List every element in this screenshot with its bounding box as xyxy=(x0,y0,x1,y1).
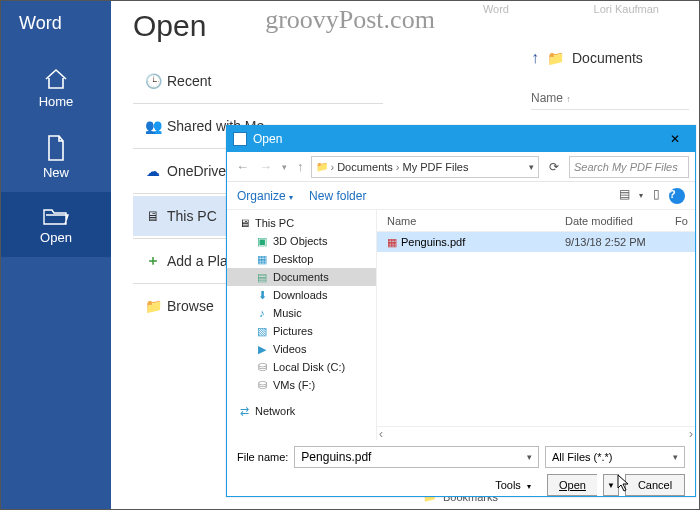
document-icon xyxy=(45,135,67,161)
dialog-title: Open xyxy=(253,132,655,146)
tree-downloads[interactable]: ⬇Downloads xyxy=(227,286,376,304)
address-bar[interactable]: 📁 › Documents › My PDF Files ▾ xyxy=(311,156,540,178)
app-name: Word xyxy=(1,1,111,54)
new-folder-button[interactable]: New folder xyxy=(309,189,366,203)
file-list: Name Date modified Fo ▦Penguins.pdf 9/13… xyxy=(377,210,695,440)
organize-menu[interactable]: Organize ▾ xyxy=(237,189,293,203)
tree-music[interactable]: ♪Music xyxy=(227,304,376,322)
close-icon[interactable]: ✕ xyxy=(655,132,695,146)
pdf-icon: ▦ xyxy=(387,236,397,249)
location-browse-label: Browse xyxy=(167,298,214,314)
folder-open-icon xyxy=(42,206,70,226)
sidebar-label-home: Home xyxy=(39,94,74,109)
filename-label: File name: xyxy=(237,451,288,463)
tree-network[interactable]: ⇄Network xyxy=(227,402,376,420)
people-icon: 👥 xyxy=(139,118,167,134)
tree-pictures[interactable]: ▧Pictures xyxy=(227,322,376,340)
open-button[interactable]: Open xyxy=(547,474,597,496)
dialog-footer: File name: Penguins.pdf ▾ All Files (*.*… xyxy=(227,440,695,504)
current-folder-label: Documents xyxy=(572,50,643,66)
tree-videos[interactable]: ▶Videos xyxy=(227,340,376,358)
network-icon: ⇄ xyxy=(237,405,251,418)
file-open-dialog: Open ✕ ← → ▾ ↑ 📁 › Documents › My PDF Fi… xyxy=(226,125,696,497)
dialog-toolbar: Organize ▾ New folder ▤ ▾ ▯ ? xyxy=(227,182,695,210)
cancel-button[interactable]: Cancel xyxy=(625,474,685,496)
download-icon: ⬇ xyxy=(255,289,269,302)
tree-desktop[interactable]: ▦Desktop xyxy=(227,250,376,268)
drive-icon: ⛁ xyxy=(255,361,269,374)
word-sidebar: Word Home New Open xyxy=(1,1,111,509)
filename-value: Penguins.pdf xyxy=(301,450,371,464)
folder-icon: 📁 xyxy=(316,161,328,172)
cloud-icon: ☁ xyxy=(139,163,167,179)
breadcrumb-seg2[interactable]: My PDF Files xyxy=(402,161,468,173)
scroll-right-icon[interactable]: › xyxy=(689,427,693,441)
location-recent[interactable]: 🕒 Recent xyxy=(133,61,383,101)
refresh-button[interactable]: ⟳ xyxy=(543,160,565,174)
location-thispc-label: This PC xyxy=(167,208,217,224)
file-row[interactable]: ▦Penguins.pdf 9/13/18 2:52 PM xyxy=(377,232,695,252)
sidebar-item-home[interactable]: Home xyxy=(1,54,111,121)
tools-menu[interactable]: Tools ▾ xyxy=(495,479,531,491)
sidebar-item-open[interactable]: Open xyxy=(1,192,111,257)
right-column: ↑ 📁 Documents Name ↑ xyxy=(531,49,689,110)
divider xyxy=(133,103,383,104)
sort-up-icon: ↑ xyxy=(566,94,571,104)
tree-localc[interactable]: ⛁Local Disk (C:) xyxy=(227,358,376,376)
folder-icon: 📁 xyxy=(547,50,564,66)
up-button[interactable]: ↑ xyxy=(294,159,307,174)
drive-icon: ⛁ xyxy=(255,379,269,392)
breadcrumb-seg1[interactable]: Documents xyxy=(337,161,393,173)
view-mode-button[interactable]: ▤ ▾ xyxy=(619,187,643,201)
file-name: Penguins.pdf xyxy=(401,236,465,248)
plus-icon: ＋ xyxy=(139,252,167,270)
col-last[interactable]: Fo xyxy=(675,215,695,227)
pc-icon: 🖥 xyxy=(237,217,251,229)
clock-icon: 🕒 xyxy=(139,73,167,89)
word-icon xyxy=(233,132,247,146)
preview-pane-button[interactable]: ▯ xyxy=(653,187,660,201)
dialog-nav: ← → ▾ ↑ 📁 › Documents › My PDF Files ▾ ⟳… xyxy=(227,152,695,182)
filename-input[interactable]: Penguins.pdf ▾ xyxy=(294,446,539,468)
cube-icon: ▣ xyxy=(255,235,269,248)
open-dropdown[interactable]: ▼ xyxy=(603,474,619,496)
sidebar-label-open: Open xyxy=(40,230,72,245)
tree-thispc[interactable]: 🖥This PC xyxy=(227,214,376,232)
home-icon xyxy=(43,68,69,90)
location-onedrive-label: OneDrive xyxy=(167,163,226,179)
scroll-left-icon[interactable]: ‹ xyxy=(379,427,383,441)
file-date: 9/13/18 2:52 PM xyxy=(565,236,675,248)
up-arrow-icon[interactable]: ↑ xyxy=(531,49,539,67)
filter-label: All Files (*.*) xyxy=(552,451,613,463)
user-hint: Lori Kaufman xyxy=(594,3,659,15)
spacer xyxy=(227,394,376,402)
forward-button[interactable]: → xyxy=(256,159,275,174)
tree-documents[interactable]: ▤Documents xyxy=(227,268,376,286)
videos-icon: ▶ xyxy=(255,343,269,356)
back-button[interactable]: ← xyxy=(233,159,252,174)
tree-vmsf[interactable]: ⛁VMs (F:) xyxy=(227,376,376,394)
music-icon: ♪ xyxy=(255,307,269,319)
col-name[interactable]: Name xyxy=(377,215,565,227)
search-placeholder: Search My PDF Files xyxy=(574,161,678,173)
pictures-icon: ▧ xyxy=(255,325,269,338)
chevron-down-icon[interactable]: ▾ xyxy=(673,452,678,462)
col-date[interactable]: Date modified xyxy=(565,215,675,227)
folder-tree: 🖥This PC ▣3D Objects ▦Desktop ▤Documents… xyxy=(227,210,377,440)
horizontal-scrollbar[interactable]: ‹ › xyxy=(377,426,695,440)
search-input[interactable]: Search My PDF Files xyxy=(569,156,689,178)
monitor-icon: 🖥 xyxy=(139,208,167,224)
file-list-header: Name Date modified Fo xyxy=(377,210,695,232)
chevron-down-icon: ▾ xyxy=(527,482,531,491)
help-button[interactable]: ? xyxy=(669,188,685,204)
sidebar-item-new[interactable]: New xyxy=(1,121,111,192)
name-column-header[interactable]: Name xyxy=(531,91,563,105)
title-hint: Word xyxy=(483,3,509,15)
chevron-down-icon[interactable]: ▾ xyxy=(527,452,532,462)
recent-dropdown[interactable]: ▾ xyxy=(279,162,290,172)
chevron-down-icon[interactable]: ▾ xyxy=(529,162,534,172)
chevron-right-icon: › xyxy=(331,161,335,173)
tree-3dobjects[interactable]: ▣3D Objects xyxy=(227,232,376,250)
dialog-titlebar[interactable]: Open ✕ xyxy=(227,126,695,152)
filetype-filter[interactable]: All Files (*.*) ▾ xyxy=(545,446,685,468)
